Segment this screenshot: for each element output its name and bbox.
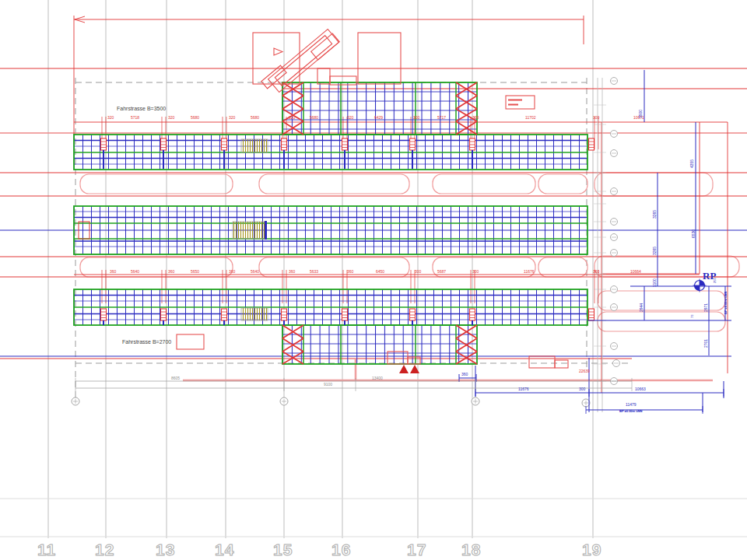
dim-label: 360 [289,269,295,274]
dim-label: 360 [110,269,116,274]
dim-label: 360 [347,269,353,274]
grid-axis-number: 18 [461,541,481,559]
dim-label: 300 [413,115,419,120]
dim-label: 10664 [630,269,641,274]
annotation-layer: Fahrstrasse B=3500 Fahrstrasse B=2700 RP… [0,0,747,560]
dim-label: 5718 [131,115,139,120]
dim-label: 300 [415,269,421,274]
dim-label: 3265 [652,247,657,255]
dim-label: 11479 [626,402,637,407]
dim-label: 3500 [638,110,643,118]
dim-label: 320 [107,115,114,120]
dim-label: 300 [472,115,479,120]
dim-label: 250 [713,278,717,283]
dim-label: 320 [347,115,353,120]
dim-label: 360 [593,269,599,274]
dim-label: 5633 [310,269,318,274]
dim-label: 320 [168,115,174,120]
dim-label: 5640 [251,269,259,274]
dim-label: BP ±0.00m üNN [619,409,642,414]
dim-label: BP ±0.00m üNN [724,292,728,314]
dim-label: 2701 [703,339,708,348]
dim-label: 360 [229,269,235,274]
grid-axis-number: 14 [215,541,234,559]
fahrstrasse-bottom-label: Fahrstrasse B=2700 [122,339,171,345]
dim-label: 8605 [171,376,180,380]
grid-axis-number: 11 [37,541,56,559]
dim-label: 5680 [191,115,199,120]
dim-label: 360 [168,269,174,274]
dim-label: 5687 [437,269,446,274]
dim-label: 5717 [437,115,446,120]
dim-label: 11676 [524,269,535,274]
dim-label: 6530 [691,229,696,238]
grid-axis-number: 13 [156,541,175,559]
dim-label: 300 [472,269,479,274]
dim-label: 2944 [639,303,644,312]
dim-label: 300 [579,387,585,391]
dim-label: 10663 [635,387,646,391]
dim-label: 11702 [525,115,536,120]
dim-label: 6450 [376,269,384,274]
grid-axis-number: 16 [331,541,351,559]
dim-label: 320 [229,115,235,120]
dim-label: 360 [461,372,468,376]
grid-axis-number: 15 [273,541,293,559]
grid-axis-number: 17 [407,541,426,559]
dim-label: 3265 [652,210,657,219]
dim-label: 6429 [374,115,383,120]
dim-label: 11676 [518,387,529,391]
dim-label: 5680 [251,115,259,120]
dim-label: 5650 [191,269,199,274]
dim-label: 1100 [652,278,657,287]
dim-label: 5680 [310,115,318,120]
dim-label: 22639 [579,369,590,373]
dim-label: 13400 [372,376,383,380]
dim-label: 2971 [703,303,708,312]
dim-label: 300 [593,115,599,120]
dim-label: 5640 [131,269,139,274]
dim-label: 320 [289,115,295,120]
dim-label: 4355 [689,159,694,168]
cad-drawing: Fahrstrasse B=3500 Fahrstrasse B=2700 RP… [0,0,747,560]
dim-label: 9100 [324,382,332,387]
fahrstrasse-top-label: Fahrstrasse B=3500 [117,106,166,111]
dim-label: 73 [690,315,695,318]
grid-axis-number: 19 [582,541,601,559]
grid-axis-number: 12 [95,541,114,559]
